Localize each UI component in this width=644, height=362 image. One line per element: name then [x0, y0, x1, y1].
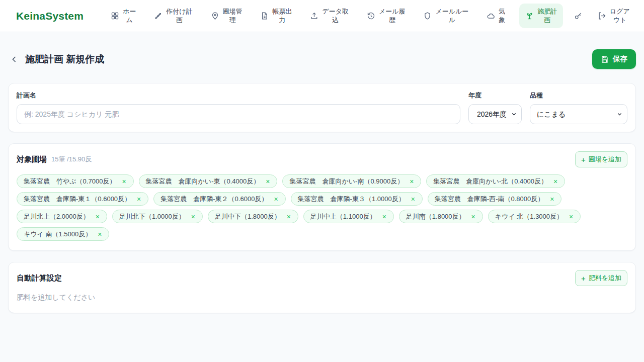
remove-field-icon[interactable]: ×: [265, 178, 270, 185]
remove-field-icon[interactable]: ×: [553, 178, 558, 185]
field-chip-label: 足川中上（1.1000反）: [310, 212, 376, 221]
field-chip-label: 集落宮農 倉庫向かい-南（0.9000反）: [289, 177, 404, 186]
plan-name-label: 計画名: [17, 91, 460, 100]
page-content: 施肥計画 新規作成 保存 計画名 年度 2026年度: [0, 49, 644, 313]
field-chip: 集落宮農 倉庫隣-東３（1.0000反）×: [291, 192, 423, 206]
nav-item-planting-plan[interactable]: 作付け計画: [150, 5, 196, 27]
logout-icon: [598, 12, 606, 20]
field-chip-label: キウイ 北（1.3000反）: [495, 212, 563, 221]
auto-calc-empty-message: 肥料を追加してください: [17, 293, 627, 302]
nav-item-field-management[interactable]: 圃場管理: [207, 5, 247, 27]
plan-form-card: 計画名 年度 2026年度 品種 にこまる: [8, 83, 636, 132]
field-chip: 集落宮農 倉庫向かい-南（0.9000反）×: [282, 174, 421, 188]
auto-calc-title: 自動計算設定: [17, 274, 62, 283]
nav-item-weather[interactable]: 気象: [482, 5, 509, 27]
nav-item-report-output[interactable]: 帳票出力: [256, 5, 296, 27]
remove-field-icon[interactable]: ×: [273, 196, 278, 203]
save-button-label: 保存: [613, 54, 627, 64]
nav-item-mail-rules[interactable]: メールルール: [419, 5, 472, 27]
field-chip-label: 集落宮農 倉庫隣-西-南（0.8000反）: [435, 195, 544, 204]
field-chip-label: 集落宮農 倉庫向かい-北（0.4000反）: [433, 177, 547, 186]
field-chip: 足川北下（1.0000反）×: [112, 210, 203, 223]
nav-item-label: 圃場管理: [223, 8, 243, 24]
nav-item-label: 作付け計画: [166, 8, 192, 24]
target-fields-title: 対象圃場: [17, 155, 47, 164]
field-chip: 集落宮農 倉庫隣-東１（0.6000反）×: [17, 192, 148, 206]
remove-field-icon[interactable]: ×: [471, 213, 476, 220]
field-chip-label: 集落宮農 倉庫隣-東２（0.6000反）: [160, 195, 268, 204]
key-icon: [574, 12, 583, 20]
remove-field-icon[interactable]: ×: [136, 196, 141, 203]
field-chip: 集落宮農 倉庫向かい-東（0.4000反）×: [139, 174, 278, 188]
sprout-icon: [525, 12, 534, 20]
history-icon: [367, 12, 375, 20]
page-title: 施肥計画 新規作成: [25, 53, 104, 66]
add-fertilizer-button-label: 肥料を追加: [589, 274, 621, 283]
auto-calc-card: 自動計算設定 + 肥料を追加 肥料を追加してください: [8, 262, 636, 313]
variety-label: 品種: [530, 91, 627, 100]
field-chip: 足川中上（1.1000反）×: [303, 210, 394, 223]
remove-field-icon[interactable]: ×: [382, 213, 387, 220]
nav-item-label: データ取込: [322, 8, 349, 24]
variety-group: 品種 にこまる: [530, 91, 627, 124]
field-chip-label: 集落宮農 倉庫隣-東１（0.6000反）: [24, 195, 131, 204]
remove-field-icon[interactable]: ×: [286, 213, 291, 220]
plus-icon: +: [581, 156, 586, 163]
field-chip-label: 集落宮農 竹やぶ（0.7000反）: [24, 177, 116, 186]
upload-icon: [310, 12, 318, 20]
field-chip-label: 足川北上（2.0000反）: [24, 212, 90, 221]
remove-field-icon[interactable]: ×: [95, 213, 100, 220]
field-chip: 足川南（1.8000反）×: [399, 210, 483, 223]
shield-icon: [423, 12, 432, 20]
app-logo[interactable]: KeinaSystem: [16, 10, 84, 22]
year-select[interactable]: 2026年度: [468, 104, 522, 124]
cloud-icon: [487, 12, 495, 20]
save-button[interactable]: 保存: [592, 49, 636, 69]
remove-field-icon[interactable]: ×: [569, 213, 574, 220]
field-chip-label: 足川南（1.8000反）: [406, 212, 465, 221]
field-chip: 足川北上（2.0000反）×: [17, 210, 107, 223]
main-nav: ホーム 作付け計画 圃場管理 帳票出力 データ取込: [107, 4, 634, 28]
field-chip: 足川中下（1.8000反）×: [208, 210, 298, 223]
nav-item-password[interactable]: [573, 9, 584, 23]
target-fields-card: 対象圃場 15筆 /15.90反 + 圃場を追加 集落宮農 竹やぶ（0.7000…: [8, 143, 636, 251]
field-chips: 集落宮農 竹やぶ（0.7000反）×集落宮農 倉庫向かい-東（0.4000反）×…: [17, 174, 627, 243]
nav-item-data-import[interactable]: データ取込: [306, 5, 353, 27]
year-label: 年度: [468, 91, 522, 100]
page-title-row: 施肥計画 新規作成 保存: [8, 49, 636, 69]
nav-item-logout[interactable]: ログアウト: [594, 5, 634, 27]
chevron-left-icon: [9, 54, 19, 64]
field-chip: 集落宮農 竹やぶ（0.7000反）×: [17, 174, 134, 188]
remove-field-icon[interactable]: ×: [409, 178, 414, 185]
field-chip: キウイ 北（1.3000反）×: [488, 210, 581, 223]
variety-select[interactable]: にこまる: [530, 104, 627, 124]
nav-item-label: ホーム: [123, 8, 136, 24]
nav-item-mail-history[interactable]: メール履歴: [363, 5, 410, 27]
field-chip: 集落宮農 倉庫隣-東２（0.6000反）×: [153, 192, 285, 206]
map-pin-icon: [211, 12, 219, 20]
remove-field-icon[interactable]: ×: [549, 196, 554, 203]
field-chip-label: 足川中下（1.8000反）: [215, 212, 281, 221]
year-group: 年度 2026年度: [468, 91, 522, 124]
back-button[interactable]: [8, 53, 20, 65]
remove-field-icon[interactable]: ×: [121, 178, 126, 185]
app-header: KeinaSystem ホーム 作付け計画 圃場管理 帳票出力: [0, 0, 644, 32]
nav-item-label: 気象: [499, 8, 505, 24]
add-field-button-label: 圃場を追加: [589, 155, 621, 164]
remove-field-icon[interactable]: ×: [191, 213, 196, 220]
field-chip: キウイ 南（1.5000反）×: [17, 227, 109, 241]
add-field-button[interactable]: + 圃場を追加: [575, 151, 627, 167]
nav-item-fertilization-plan[interactable]: 施肥計画: [519, 4, 563, 28]
plan-name-input[interactable]: [17, 104, 460, 124]
grid-icon: [111, 12, 119, 20]
nav-item-label: メールルール: [435, 8, 468, 24]
field-chip: 集落宮農 倉庫向かい-北（0.4000反）×: [426, 174, 565, 188]
remove-field-icon[interactable]: ×: [411, 196, 416, 203]
remove-field-icon[interactable]: ×: [97, 231, 102, 238]
nav-item-home[interactable]: ホーム: [107, 5, 140, 27]
nav-item-label: ログアウト: [610, 8, 630, 24]
field-chip-label: 足川北下（1.0000反）: [119, 212, 185, 221]
plan-name-group: 計画名: [17, 91, 460, 124]
field-chip-label: 集落宮農 倉庫隣-東３（1.0000反）: [298, 195, 405, 204]
add-fertilizer-button[interactable]: + 肥料を追加: [575, 270, 627, 286]
